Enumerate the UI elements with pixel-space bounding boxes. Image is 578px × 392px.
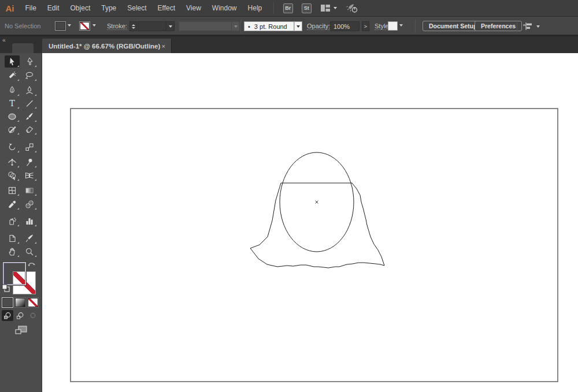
control-bar: No Selection Stroke: • 3 pt. Round Opaci… xyxy=(0,17,578,36)
svg-text:T: T xyxy=(9,99,15,108)
tool-shape-builder[interactable] xyxy=(5,169,20,181)
style-chevron-icon[interactable] xyxy=(399,24,403,27)
menu-view[interactable]: View xyxy=(181,4,207,12)
tool-lasso[interactable] xyxy=(22,69,37,81)
collapse-panels-button[interactable]: « xyxy=(2,37,6,43)
tool-zoom[interactable] xyxy=(22,245,37,257)
document-title: Untitled-1* @ 66.67% (RGB/Outline) xyxy=(49,43,160,50)
tool-eyedropper[interactable] xyxy=(5,198,20,210)
menu-select[interactable]: Select xyxy=(122,4,152,12)
draw-behind-button[interactable] xyxy=(14,310,26,321)
tool-slice[interactable] xyxy=(22,232,37,244)
width-profile-chevron xyxy=(232,21,240,31)
menu-window[interactable]: Window xyxy=(206,4,242,12)
bridge-button[interactable]: Br xyxy=(283,3,293,13)
stock-button[interactable]: St xyxy=(302,3,312,13)
tool-ellipse[interactable] xyxy=(5,110,20,122)
default-fill-stroke-icon[interactable] xyxy=(2,284,10,292)
menu-effect[interactable]: Effect xyxy=(152,4,180,12)
tools-panel-grip[interactable] xyxy=(12,43,34,54)
graphic-style-swatch[interactable] xyxy=(388,21,398,31)
separator xyxy=(415,20,416,33)
document-tab[interactable]: Untitled-1* @ 66.67% (RGB/Outline) × xyxy=(42,39,172,54)
artboard-border xyxy=(71,109,558,382)
stroke-color-chevron-icon[interactable] xyxy=(92,24,96,27)
width-profile-dropdown xyxy=(179,21,232,31)
align-icon xyxy=(522,22,533,31)
tools-panel: T xyxy=(0,53,42,392)
color-mode-fill-button[interactable] xyxy=(2,298,13,307)
tool-hand[interactable] xyxy=(5,245,20,257)
canvas-drawing xyxy=(42,53,578,392)
tool-magic-wand[interactable] xyxy=(5,69,20,81)
opacity-input[interactable]: 100% xyxy=(330,21,360,31)
stepper-down-icon[interactable] xyxy=(132,27,135,29)
tool-column-graph[interactable] xyxy=(22,215,37,227)
fill-color-chevron-icon[interactable] xyxy=(68,24,71,27)
workspace-layout-icon xyxy=(320,4,331,12)
stroke-color-swatch[interactable] xyxy=(79,21,90,31)
tool-gradient[interactable] xyxy=(22,184,37,196)
menu-object[interactable]: Object xyxy=(65,4,96,12)
stroke-weight-dropdown[interactable] xyxy=(166,21,175,31)
tool-eraser[interactable] xyxy=(22,123,37,135)
chevron-down-icon xyxy=(297,25,300,28)
color-mode-none-button[interactable] xyxy=(28,298,38,307)
tool-line-segment[interactable] xyxy=(22,97,37,109)
illustrator-logo: Ai xyxy=(0,3,20,13)
tool-paintbrush[interactable] xyxy=(22,110,37,122)
document-canvas[interactable] xyxy=(42,53,578,392)
tool-perspective-grid[interactable] xyxy=(22,169,37,181)
tool-artboard[interactable] xyxy=(5,232,20,244)
brush-definition-dropdown[interactable]: • 3 pt. Round xyxy=(244,21,294,31)
brush-preview-dot: • xyxy=(248,23,250,30)
menu-type[interactable]: Type xyxy=(96,4,122,12)
brush-definition-chevron[interactable] xyxy=(294,21,302,31)
stepper-up-icon[interactable] xyxy=(132,24,135,26)
swap-fill-stroke-icon[interactable] xyxy=(27,260,36,268)
separator xyxy=(517,20,517,33)
chevron-down-icon xyxy=(234,25,238,28)
workspace-switcher[interactable] xyxy=(320,4,337,12)
menu-help[interactable]: Help xyxy=(242,4,268,12)
tool-direct-selection[interactable] xyxy=(22,55,37,68)
tool-width[interactable] xyxy=(5,156,20,168)
brush-definition-value: 3 pt. Round xyxy=(254,23,287,30)
menu-edit[interactable]: Edit xyxy=(42,4,65,12)
tool-puppet-warp[interactable] xyxy=(22,156,37,168)
chevron-down-icon xyxy=(169,25,172,28)
tool-selection[interactable] xyxy=(5,55,20,68)
chevron-down-icon xyxy=(536,25,540,28)
stroke-weight-stepper[interactable] xyxy=(129,21,137,31)
tool-symbol-sprayer[interactable] xyxy=(5,215,20,227)
chevron-down-icon xyxy=(334,7,337,9)
fill-color-swatch[interactable] xyxy=(55,21,66,31)
menu-bar: Ai File Edit Object Type Select Effect V… xyxy=(0,0,578,17)
gpu-performance-icon[interactable] xyxy=(346,3,358,13)
fill-swatch[interactable] xyxy=(3,262,26,285)
app-bar-icons: Br St xyxy=(273,2,358,14)
color-mode-gradient-button[interactable] xyxy=(15,298,25,307)
tool-scale[interactable] xyxy=(22,141,37,153)
tool-mesh[interactable] xyxy=(5,184,20,196)
tool-pen[interactable] xyxy=(5,84,20,96)
preferences-button[interactable]: Preferences xyxy=(475,21,522,31)
document-tab-bar: « Untitled-1* @ 66.67% (RGB/Outline) × xyxy=(0,36,578,53)
draw-inside-button[interactable] xyxy=(27,310,39,321)
menu-file[interactable]: File xyxy=(20,4,42,12)
opacity-expand-button[interactable]: > xyxy=(362,21,369,31)
align-options[interactable] xyxy=(522,22,540,31)
stroke-weight-input[interactable] xyxy=(138,21,166,31)
tool-type[interactable]: T xyxy=(5,97,20,109)
main-area: T xyxy=(0,53,578,392)
tool-rotate[interactable] xyxy=(5,141,20,153)
tool-curvature[interactable] xyxy=(22,84,37,96)
opacity-panel-link[interactable]: Opacity: xyxy=(307,23,330,30)
change-screen-mode-icon[interactable] xyxy=(14,325,28,335)
stroke-panel-link[interactable]: Stroke: xyxy=(107,23,127,30)
draw-normal-button[interactable] xyxy=(2,310,13,321)
close-tab-icon[interactable]: × xyxy=(161,43,166,50)
tool-blend[interactable] xyxy=(22,198,37,210)
selection-status: No Selection xyxy=(5,23,40,29)
tool-shaper[interactable] xyxy=(5,123,20,135)
